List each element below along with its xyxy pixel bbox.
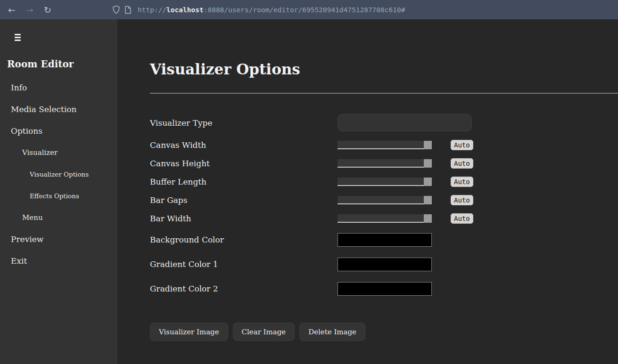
bar-width-label: Bar Width	[150, 214, 338, 223]
slider-thumb[interactable]	[424, 214, 432, 223]
url-protocol: http://	[138, 6, 166, 14]
sidebar-item-preview[interactable]: Preview	[0, 228, 117, 250]
bar-gaps-row: Bar Gaps Auto	[150, 191, 618, 209]
gradient-color-1-label: Gradient Color 1	[150, 259, 338, 269]
visualizer-type-label: Visualizer Type	[150, 118, 338, 128]
sidebar: Room Editor Info Media Selection Options…	[0, 19, 117, 364]
background-color-row: Background Color	[150, 227, 618, 252]
canvas-height-label: Canvas Height	[150, 159, 338, 168]
forward-icon[interactable]: →	[24, 4, 36, 16]
bar-width-row: Bar Width Auto	[150, 209, 618, 227]
hamburger-menu-icon[interactable]	[15, 34, 21, 41]
gradient-color-2-row: Gradient Color 2	[150, 276, 618, 301]
back-icon[interactable]: ←	[6, 4, 18, 16]
url-bar[interactable]: http://localhost:8888/users/room/editor/…	[138, 6, 405, 14]
background-color-label: Background Color	[150, 235, 338, 244]
gradient-color-2-picker[interactable]	[338, 282, 432, 296]
canvas-width-slider[interactable]	[338, 141, 432, 149]
canvas-width-label: Canvas Width	[150, 140, 338, 150]
canvas-height-slider[interactable]	[338, 159, 432, 168]
bar-width-auto-button[interactable]: Auto	[451, 213, 473, 224]
canvas-width-row: Canvas Width Auto	[150, 136, 618, 154]
browser-toolbar: ← → ↻ http://localhost:8888/users/room/e…	[0, 0, 618, 19]
image-buttons-row: Visualizer Image Clear Image Delete Imag…	[150, 323, 618, 341]
gradient-color-2-label: Gradient Color 2	[150, 284, 338, 293]
main-content: Visualizer Options Visualizer Type Canva…	[117, 19, 618, 364]
slider-thumb[interactable]	[424, 178, 432, 186]
sidebar-item-info[interactable]: Info	[0, 77, 117, 98]
canvas-height-auto-button[interactable]: Auto	[451, 158, 473, 169]
refresh-icon[interactable]: ↻	[41, 4, 54, 16]
visualizer-image-button[interactable]: Visualizer Image	[150, 323, 228, 341]
sidebar-item-effects-options[interactable]: Effects Options	[0, 185, 117, 207]
sidebar-item-visualizer[interactable]: Visualizer	[0, 142, 117, 163]
visualizer-type-row: Visualizer Type	[150, 114, 618, 131]
buffer-length-slider[interactable]	[338, 178, 432, 186]
sidebar-item-options[interactable]: Options	[0, 120, 117, 142]
bar-width-slider[interactable]	[338, 214, 432, 223]
url-host: localhost	[166, 6, 204, 14]
page-title: Visualizer Options	[150, 60, 618, 79]
buffer-length-label: Buffer Length	[150, 177, 338, 186]
canvas-height-row: Canvas Height Auto	[150, 154, 618, 172]
buffer-length-row: Buffer Length Auto	[150, 172, 618, 191]
canvas-width-auto-button[interactable]: Auto	[451, 140, 473, 150]
sidebar-item-exit[interactable]: Exit	[0, 250, 117, 272]
buffer-length-auto-button[interactable]: Auto	[451, 177, 473, 187]
sidebar-title: Room Editor	[7, 58, 117, 71]
url-path: :8888/users/room/editor/695520941d475128…	[204, 6, 405, 14]
background-color-picker[interactable]	[338, 233, 432, 247]
gradient-color-1-picker[interactable]	[338, 258, 432, 271]
title-divider	[150, 93, 618, 94]
shield-icon[interactable]	[112, 5, 120, 14]
slider-thumb[interactable]	[424, 141, 432, 149]
sidebar-item-media-selection[interactable]: Media Selection	[0, 98, 117, 120]
bar-gaps-slider[interactable]	[338, 196, 432, 204]
sidebar-item-visualizer-options[interactable]: Visualizer Options	[0, 163, 117, 185]
clear-image-button[interactable]: Clear Image	[233, 323, 295, 341]
page-icon[interactable]	[124, 6, 132, 14]
sidebar-nav: Info Media Selection Options Visualizer …	[0, 77, 117, 272]
bar-gaps-label: Bar Gaps	[150, 195, 338, 205]
sidebar-item-menu[interactable]: Menu	[0, 207, 117, 228]
visualizer-type-select[interactable]	[338, 114, 472, 131]
gradient-color-1-row: Gradient Color 1	[150, 252, 618, 276]
slider-thumb[interactable]	[424, 159, 432, 168]
bar-gaps-auto-button[interactable]: Auto	[451, 195, 473, 205]
visualizer-options-form: Visualizer Type Canvas Width Auto Canvas…	[150, 114, 618, 341]
slider-thumb[interactable]	[424, 196, 432, 204]
delete-image-button[interactable]: Delete Image	[299, 323, 365, 341]
